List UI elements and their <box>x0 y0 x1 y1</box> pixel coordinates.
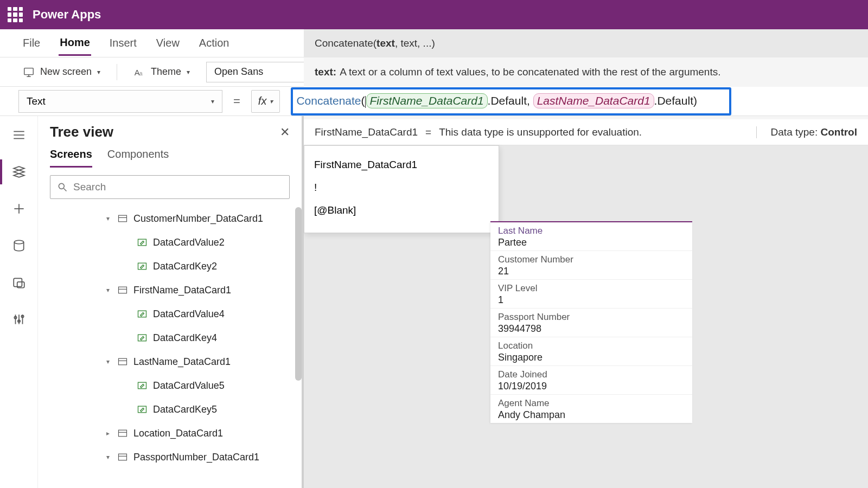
card-icon <box>117 213 128 224</box>
formula-input[interactable]: Concatenate(FirstName_DataCard1.Default,… <box>291 87 731 115</box>
advanced-tools-icon[interactable] <box>12 312 26 326</box>
data-type: Data type: Control <box>756 126 857 138</box>
tree-node-label: DataCardValue2 <box>153 237 225 248</box>
field-value: 39944798 <box>498 323 685 335</box>
tree-list: ▾ CustomerNumber_DataCard1 DataCardValue… <box>38 204 302 473</box>
field-value: Andy Champan <box>498 409 685 421</box>
param-name: text: <box>315 66 336 78</box>
chevron-down-icon: ▾ <box>187 68 190 76</box>
tree-node-label: DataCardValue5 <box>153 380 225 391</box>
chevron-down-icon: ▾ <box>104 358 112 365</box>
field-vip-level[interactable]: VIP Level 1 <box>490 280 692 309</box>
field-location[interactable]: Location Singapore <box>490 337 692 366</box>
card-icon <box>117 356 128 367</box>
edit-icon <box>137 309 148 319</box>
data-type-label: Data type: <box>771 126 818 138</box>
form-preview[interactable]: Last Name Partee Customer Number 21 VIP … <box>490 221 692 423</box>
theme-icon: Aa <box>133 66 145 78</box>
chevron-down-icon: ▾ <box>104 286 112 294</box>
command-bar: New screen ▾ Aa Theme ▾ Open Sans text: … <box>0 57 868 87</box>
tree-node-label: CustomerNumber_DataCard1 <box>133 213 263 224</box>
token-ref-lastname: LastName_DataCard1 <box>533 93 654 108</box>
field-customer-number[interactable]: Customer Number 21 <box>490 251 692 280</box>
scrollbar-thumb[interactable] <box>295 207 302 381</box>
tree-node-card[interactable]: ▸ Location_DataCard1 <box>38 421 302 445</box>
fx-button[interactable]: fx ▾ <box>251 90 280 113</box>
theme-label: Theme <box>151 66 181 78</box>
new-screen-button[interactable]: New screen ▾ <box>18 63 105 81</box>
suggestion-item[interactable]: ! <box>304 176 499 199</box>
tree-node-control[interactable]: DataCardKey2 <box>38 254 302 278</box>
chevron-down-icon: ▾ <box>270 98 273 105</box>
token-function: Concatenate <box>296 94 361 107</box>
app-launcher-icon[interactable] <box>8 7 23 22</box>
menu-action[interactable]: Action <box>198 31 231 55</box>
intellisense-popup: FirstName_DataCard1 ! [@Blank] <box>304 145 499 233</box>
chevron-right-icon: ▸ <box>104 429 112 437</box>
field-value: 1 <box>498 294 685 306</box>
field-passport-number[interactable]: Passport Number 39944798 <box>490 309 692 337</box>
search-input[interactable]: Search <box>50 175 290 199</box>
menu-view[interactable]: View <box>155 31 181 55</box>
field-date-joined[interactable]: Date Joined 10/19/2019 <box>490 366 692 395</box>
parameter-description: text: A text or a column of text values,… <box>304 57 868 87</box>
menu-file[interactable]: File <box>22 31 41 55</box>
token-ref-firstname: FirstName_DataCard1 <box>366 93 488 108</box>
tree-node-control[interactable]: DataCardValue4 <box>38 302 302 326</box>
tree-node-label: DataCardKey5 <box>153 404 217 415</box>
theme-button[interactable]: Aa Theme ▾ <box>129 63 194 81</box>
sig-current-arg: text <box>376 37 395 49</box>
function-signature-hint: Concatenate(text, text, ...) <box>304 29 868 57</box>
text-caret <box>365 96 366 108</box>
svg-rect-0 <box>24 68 34 74</box>
edit-icon <box>137 380 148 391</box>
card-icon <box>117 452 128 463</box>
field-lastname[interactable]: Last Name Partee <box>490 222 692 251</box>
svg-point-19 <box>59 183 64 189</box>
left-panel: Tree view ✕ Screens Components Search ▾ … <box>0 116 304 488</box>
insert-icon[interactable] <box>12 202 26 216</box>
formula-bar: Text ▾ = fx ▾ Concatenate(FirstName_Data… <box>0 87 868 116</box>
media-icon[interactable] <box>12 275 26 290</box>
tree-node-card[interactable]: ▾ CustomerNumber_DataCard1 <box>38 207 302 230</box>
svg-point-10 <box>14 240 23 244</box>
tab-screens[interactable]: Screens <box>50 148 92 168</box>
tree-node-card[interactable]: ▾ LastName_DataCard1 <box>38 350 302 374</box>
tree-node-control[interactable]: DataCardKey5 <box>38 397 302 421</box>
menu-insert[interactable]: Insert <box>108 31 138 55</box>
tree-node-control[interactable]: DataCardValue2 <box>38 230 302 254</box>
menu-home[interactable]: Home <box>59 31 91 56</box>
property-selector[interactable]: Text ▾ <box>18 90 222 113</box>
field-agent-name[interactable]: Agent Name Andy Champan <box>490 395 692 423</box>
title-bar: Power Apps <box>0 0 868 29</box>
eval-identifier: FirstName_DataCard1 <box>315 126 418 138</box>
svg-rect-35 <box>119 454 127 460</box>
field-value: 10/19/2019 <box>498 380 685 392</box>
tree-node-control[interactable]: DataCardKey4 <box>38 326 302 350</box>
tree-node-control[interactable]: DataCardValue5 <box>38 374 302 397</box>
suggestion-item[interactable]: FirstName_DataCard1 <box>304 153 499 176</box>
close-icon[interactable]: ✕ <box>280 125 290 139</box>
field-label: Location <box>498 341 685 351</box>
tree-tabs: Screens Components <box>38 143 302 168</box>
param-desc-text: A text or a column of text values, to be… <box>340 66 720 78</box>
edit-icon <box>137 404 148 415</box>
field-label: Date Joined <box>498 369 685 380</box>
token-comma: , <box>527 94 533 107</box>
suggestion-item[interactable]: [@Blank] <box>304 199 499 222</box>
hamburger-icon[interactable] <box>12 128 26 142</box>
card-icon <box>117 428 128 439</box>
tree-node-label: FirstName_DataCard1 <box>133 285 231 296</box>
tree-node-card[interactable]: ▾ FirstName_DataCard1 <box>38 278 302 302</box>
svg-rect-21 <box>119 215 127 222</box>
font-selector[interactable]: Open Sans <box>206 62 309 82</box>
data-icon[interactable] <box>12 239 26 253</box>
chevron-down-icon: ▾ <box>104 215 112 222</box>
token-dot-default: .Default <box>488 94 527 107</box>
tree-node-label: DataCardKey4 <box>153 332 217 344</box>
tree-node-card[interactable]: ▾ PassportNumber_DataCard1 <box>38 445 302 469</box>
tree-view-icon[interactable] <box>12 165 26 179</box>
tab-components[interactable]: Components <box>107 148 169 168</box>
chevron-down-icon: ▾ <box>104 453 112 461</box>
field-value: Partee <box>498 236 685 248</box>
